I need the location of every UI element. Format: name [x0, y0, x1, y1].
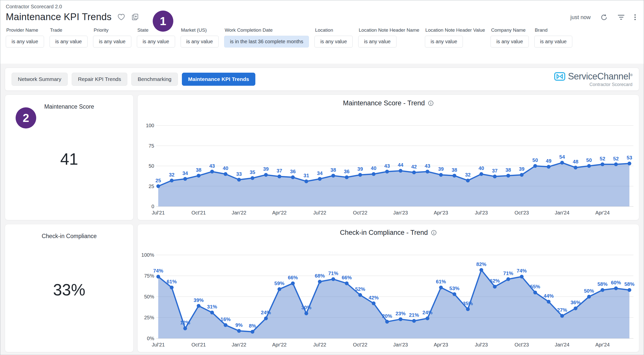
data-point[interactable] [466, 307, 470, 311]
data-point[interactable] [466, 179, 470, 182]
favorite-button[interactable] [117, 13, 126, 21]
data-point[interactable] [264, 173, 268, 177]
data-point[interactable] [237, 329, 241, 333]
filter-chip-priority[interactable]: is any value [93, 36, 131, 48]
data-point[interactable] [170, 286, 174, 289]
data-point[interactable] [345, 175, 349, 179]
data-point[interactable] [493, 174, 497, 178]
data-point[interactable] [156, 275, 160, 279]
data-point[interactable] [614, 286, 618, 290]
data-point[interactable] [453, 292, 456, 296]
data-point[interactable] [372, 172, 376, 176]
filter-chip-location-note-header-value[interactable]: is any value [425, 36, 463, 48]
data-point[interactable] [304, 180, 308, 183]
data-point[interactable] [439, 173, 443, 177]
data-point[interactable] [277, 174, 281, 178]
data-point[interactable] [277, 287, 281, 291]
data-point[interactable] [600, 288, 604, 292]
tab-repair-kpi-trends[interactable]: Repair KPI Trends [72, 73, 128, 86]
data-point[interactable] [385, 170, 389, 173]
data-point[interactable] [210, 170, 214, 173]
data-point[interactable] [291, 281, 295, 285]
data-point[interactable] [358, 293, 362, 297]
data-point[interactable] [628, 162, 631, 165]
data-point[interactable] [506, 174, 510, 178]
data-point[interactable] [560, 314, 564, 318]
filter-chip-provider-name[interactable]: is any value [6, 36, 44, 48]
filter-chip-location[interactable]: is any value [314, 36, 353, 48]
data-point[interactable] [533, 291, 537, 294]
data-point[interactable] [587, 164, 591, 168]
refresh-button[interactable] [600, 13, 608, 22]
data-point[interactable] [479, 268, 483, 272]
tab-benchmarking[interactable]: Benchmarking [131, 73, 178, 86]
data-point[interactable] [318, 177, 322, 181]
tab-maintenance-kpi-trends[interactable]: Maintenance KPI Trends [182, 73, 256, 86]
data-point[interactable] [291, 175, 295, 179]
add-to-dashboard-button[interactable] [131, 13, 139, 21]
data-point[interactable] [426, 170, 429, 173]
data-point[interactable] [224, 323, 227, 327]
data-point[interactable] [331, 277, 335, 281]
info-icon[interactable] [428, 100, 434, 106]
data-point[interactable] [237, 178, 241, 182]
data-point[interactable] [345, 281, 349, 285]
data-point[interactable] [304, 312, 308, 315]
tab-network-summary[interactable]: Network Summary [12, 73, 68, 86]
filter-chip-work-completion-date[interactable]: is in the last 36 complete months [224, 36, 309, 48]
data-point[interactable] [183, 327, 187, 330]
data-point[interactable] [251, 330, 254, 334]
data-point[interactable] [520, 173, 524, 177]
filter-chip-state[interactable]: is any value [137, 36, 175, 48]
data-point[interactable] [210, 311, 214, 315]
data-label: 34 [182, 170, 188, 176]
data-point[interactable] [318, 280, 322, 284]
filter-chip-company-name[interactable]: is any value [491, 36, 529, 48]
data-point[interactable] [453, 174, 456, 178]
data-point[interactable] [600, 162, 604, 166]
data-point[interactable] [251, 176, 254, 180]
data-point[interactable] [547, 165, 550, 169]
filter-chip-market-us[interactable]: is any value [181, 36, 219, 48]
data-point[interactable] [614, 162, 618, 166]
more-options-button[interactable] [634, 13, 636, 22]
registered-mark: ® [630, 73, 632, 77]
data-point[interactable] [399, 169, 403, 173]
data-label: 53 [627, 155, 632, 160]
filter-toggle-button[interactable] [617, 13, 625, 21]
data-point[interactable] [372, 301, 376, 305]
data-point[interactable] [560, 161, 564, 165]
brand-name: ServiceChannel® [568, 71, 632, 82]
data-point[interactable] [183, 177, 187, 181]
data-point[interactable] [574, 166, 577, 169]
data-point[interactable] [156, 184, 160, 188]
info-icon[interactable] [431, 230, 437, 236]
data-point[interactable] [197, 174, 200, 178]
data-point[interactable] [493, 285, 497, 289]
data-point[interactable] [533, 164, 537, 168]
data-point[interactable] [331, 174, 335, 178]
data-point[interactable] [628, 288, 631, 292]
filter-chip-location-note-header-name[interactable]: is any value [358, 36, 396, 48]
data-label: 61% [167, 279, 177, 284]
data-point[interactable] [479, 172, 483, 176]
data-point[interactable] [587, 295, 591, 299]
data-point[interactable] [547, 300, 550, 303]
data-point[interactable] [197, 304, 200, 308]
data-point[interactable] [358, 173, 362, 177]
data-point[interactable] [170, 179, 174, 182]
filter-chip-trade[interactable]: is any value [50, 36, 88, 48]
filter-chip-brand[interactable]: is any value [534, 36, 573, 48]
data-point[interactable] [224, 172, 227, 176]
data-point[interactable] [412, 319, 416, 323]
data-point[interactable] [412, 170, 416, 174]
breadcrumb[interactable]: Contractor Scorecard 2.0 [6, 4, 638, 10]
data-point[interactable] [439, 286, 443, 289]
data-point[interactable] [574, 306, 577, 310]
data-point[interactable] [520, 275, 524, 279]
data-point[interactable] [506, 277, 510, 281]
data-point[interactable] [385, 320, 389, 324]
data-point[interactable] [264, 317, 268, 320]
data-point[interactable] [426, 317, 429, 320]
data-point[interactable] [399, 317, 403, 321]
